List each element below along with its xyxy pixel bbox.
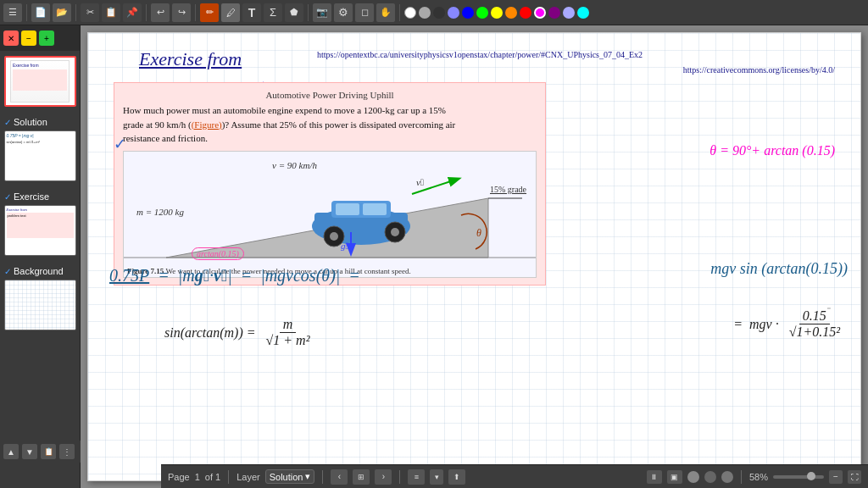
sidebar-copy-icon[interactable]: 📋 [41,444,56,459]
close-button[interactable]: ✕ [3,30,19,46]
color-black[interactable] [433,7,445,19]
layer-dropdown[interactable]: Solution ▾ [265,469,315,484]
exercise-title: Exercise from [139,48,242,70]
shape2-icon[interactable]: ◻ [355,3,374,22]
undo-icon[interactable]: ↩ [151,3,170,22]
eq-equals3: = [348,266,360,286]
paste-icon[interactable]: 📌 [123,3,142,22]
solution-check: ✓ [4,118,11,127]
redo-icon[interactable]: ↪ [172,3,191,22]
exercise-check: ✓ [4,192,11,202]
figure-link[interactable]: (Figure) [192,119,222,130]
open-icon[interactable]: 📂 [53,3,71,22]
color-blue-light[interactable] [448,7,459,19]
nav-prev-button[interactable]: ‹ [331,469,348,485]
minimize-button[interactable]: − [21,30,36,46]
exercise-thumbnail[interactable]: Exercise from problem text [4,205,76,256]
problem-text4: resistance and friction. [123,133,208,143]
eq-equals4: = [733,317,743,332]
sidebar-up-icon[interactable]: ▲ [3,444,19,459]
of-label: of 1 [205,472,220,482]
sidebar: ✕ − + Exercise from ✓ Solution [0,25,81,488]
color-orange[interactable] [505,7,517,19]
hand-icon[interactable]: ✋ [376,3,395,22]
menu-icon[interactable]: ☰ [3,3,22,22]
color-red[interactable] [520,7,531,19]
zoom-out-icon[interactable]: − [829,470,843,484]
copy-icon[interactable]: 📋 [102,3,120,22]
rect-icon[interactable]: ▣ [667,470,682,484]
color-purple[interactable] [548,7,560,19]
equation-line1: 0.75P = |mg⃗·v⃗| = |mgvcos(θ)| = [109,266,360,286]
car-diagram: θ v⃗ g⃗ m = 1200 kg v = 90 km/h 15% [123,151,537,278]
background-thumbnail[interactable] [4,280,76,330]
circle-status-icon[interactable] [687,471,699,483]
pen-icon[interactable]: ✏ [200,3,219,22]
sidebar-menu-icon[interactable]: ⋮ [59,444,75,459]
circle-status3-icon[interactable] [721,471,733,483]
svg-rect-5 [336,203,359,215]
dropdown2-icon[interactable]: ▾ [430,469,443,485]
page-content: Exercise from https://opentextbc.ca/univ… [88,33,860,480]
color-white[interactable] [404,7,416,19]
page-label: Page [168,472,190,482]
color-blue[interactable] [462,7,474,19]
fullscreen-icon[interactable]: ⛶ [848,470,861,484]
problem-text: How much power must an automobile engine… [123,103,537,146]
layers-icon[interactable]: ≡ [408,469,425,485]
pen2-icon[interactable]: 🖊 [221,3,240,22]
eq-sinarctan: sin(arctan(m)) = [164,325,256,341]
problem-box: Automotive Power Driving Uphill How much… [114,82,546,286]
eq-mgv-vec: |mg⃗·v⃗| [178,266,232,286]
color-green[interactable] [476,7,488,19]
background-label-text: Background [14,266,64,276]
svg-text:θ: θ [476,227,481,239]
layer-exercise-label[interactable]: ✓ Exercise [2,190,78,203]
circle-status2-icon[interactable] [704,471,716,483]
exercise-url[interactable]: https://opentextbc.ca/universityphysicsv… [317,50,643,59]
color-cyan[interactable] [577,7,589,19]
layer-dropdown-arrow: ▾ [305,471,310,482]
problem-text1: How much power must an automobile engine… [123,105,446,115]
text-icon[interactable]: T [242,3,261,22]
shape-icon[interactable]: ⬟ [285,3,303,22]
cut-icon[interactable]: ✂ [81,3,99,22]
page: Exercise from https://opentextbc.ca/univ… [87,32,861,481]
problem-title: Automotive Power Driving Uphill [123,90,537,100]
cc-url[interactable]: https://creativecommons.org/licenses/by/… [683,65,835,75]
eq-equals1: = [158,266,170,286]
color-lavender[interactable] [563,7,575,19]
eq-frac2: 0.15⁻ √1+0.15² [786,308,843,340]
toolbar: ☰ 📄 📂 ✂ 📋 📌 ↩ ↪ ✏ 🖊 T Σ ⬟ 📷 ⚙ ◻ ✋ [0,0,868,25]
sigma-icon[interactable]: Σ [264,3,282,22]
arctan-annotation: arctan(0.15) [192,247,244,260]
problem-text2: grade at 90 km/h ( [123,119,192,130]
sidebar-down-icon[interactable]: ▼ [22,444,37,459]
zoom-level: 58% [749,472,768,482]
settings-icon[interactable]: ⚙ [334,3,353,22]
layer-exercise-section: ✓ Exercise Exercise from problem text [0,186,80,261]
main-area: ✕ − + Exercise from ✓ Solution [0,25,868,488]
eq-075p: 0.75P [109,266,149,286]
zoom-slider[interactable] [773,475,824,479]
nav-page-icon[interactable]: ⊞ [353,469,370,485]
export-icon[interactable]: ⬆ [448,469,465,485]
layer-background-label[interactable]: ✓ Background [2,264,78,278]
page-thumbnail-active[interactable]: Exercise from [4,56,76,107]
nav-next-button[interactable]: › [375,469,392,485]
svg-text:v⃗: v⃗ [416,177,424,187]
pause-icon[interactable]: ⏸ [647,470,662,484]
camera-icon[interactable]: 📷 [313,3,331,22]
svg-text:g⃗: g⃗ [341,241,349,251]
layer-solution-label[interactable]: ✓ Solution [2,115,78,129]
svg-point-8 [330,232,338,241]
eq-frac2-den: √1+0.15² [786,324,843,340]
color-magenta[interactable] [534,7,546,19]
layer-background-section: ✓ Background [0,261,80,336]
new-doc-icon[interactable]: 📄 [31,3,50,22]
eq-mgvsin: mgv sin (arctan(0.15)) [710,260,848,278]
color-yellow[interactable] [491,7,503,19]
solution-thumbnail[interactable]: 0.75P = |mg·v| sin(arctan) = m/√1+m² [4,130,76,181]
maximize-button[interactable]: + [39,30,54,46]
color-gray[interactable] [419,7,431,19]
